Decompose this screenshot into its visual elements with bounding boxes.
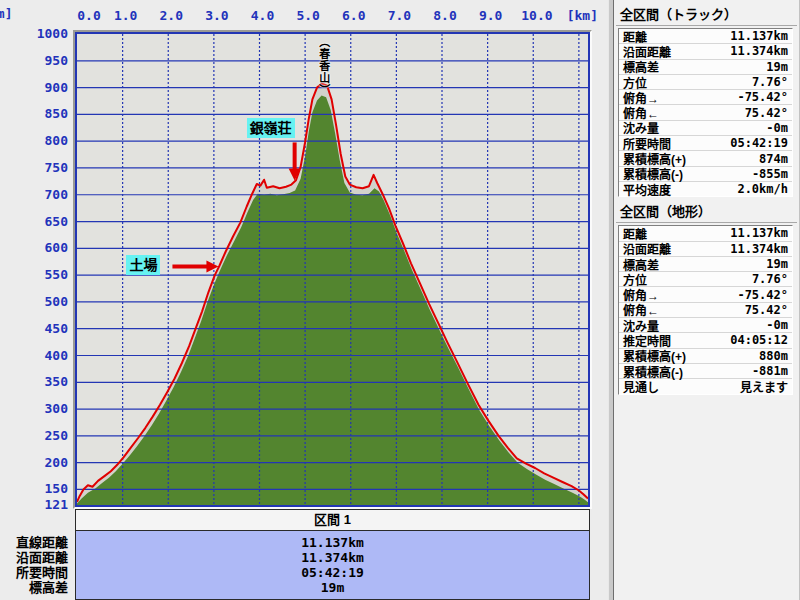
section-summary-table: 区間 1 11.137km11.374km05:42:1919m — [75, 509, 590, 600]
y-tick-label: 400 — [26, 348, 68, 363]
x-tick-label: 8.0 — [430, 8, 460, 23]
stat-value: 880m — [759, 349, 788, 363]
y-tick-label: 550 — [26, 267, 68, 282]
y-tick-label: 700 — [26, 187, 68, 202]
peak-annotation-harukayama: （春香山） — [317, 36, 331, 96]
y-tick-label: 300 — [26, 401, 68, 416]
stat-value: 19m — [766, 257, 788, 271]
panel-stat-row: 平均速度2.0km/h — [619, 182, 792, 196]
stat-label: 見通し — [623, 378, 659, 395]
stat-label: 平均速度 — [623, 181, 671, 198]
stat-value: 11.374km — [730, 242, 788, 256]
panel-stat-row: 見通し見えます — [619, 379, 792, 393]
stat-value: 7.76° — [752, 75, 788, 89]
section-row-label: 標高差 — [0, 580, 68, 595]
x-tick-label: 4.0 — [248, 8, 278, 23]
panel-section-table: 距離11.137km沿面距離11.374km標高差19m方位7.76°俯角→-7… — [618, 28, 793, 197]
section-value: 11.137km — [76, 535, 589, 550]
y-tick-label: 250 — [26, 428, 68, 443]
stat-value: 11.137km — [730, 226, 788, 240]
annotation-doba: 土場 — [126, 255, 160, 275]
y-tick-label: 500 — [26, 294, 68, 309]
stat-value: 7.76° — [752, 272, 788, 286]
stat-value: 19m — [766, 60, 788, 74]
y-tick-label: 450 — [26, 321, 68, 336]
section-value: 05:42:19 — [76, 565, 589, 580]
stat-value: -75.42° — [737, 90, 788, 104]
x-tick-label: 5.0 — [293, 8, 323, 23]
stat-value: 05:42:19 — [730, 136, 788, 150]
section-table-row-labels: 直線距離沿面距離所要時間標高差 — [0, 535, 68, 595]
y-tick-label: 150 — [26, 481, 68, 496]
stat-value: 75.42° — [745, 106, 788, 120]
section-table-header: 区間 1 — [76, 510, 589, 531]
panel-section-table: 距離11.137km沿面距離11.374km標高差19m方位7.76°俯角→-7… — [618, 225, 793, 394]
y-tick-label: 800 — [26, 133, 68, 148]
stat-value: 11.374km — [730, 44, 788, 58]
y-tick-label: 350 — [26, 374, 68, 389]
x-tick-label: 6.0 — [339, 8, 369, 23]
section-row-label: 沿面距離 — [0, 550, 68, 565]
y-tick-label: 850 — [26, 106, 68, 121]
x-tick-label: 0.0 — [74, 8, 104, 23]
section-row-label: 直線距離 — [0, 535, 68, 550]
y-tick-label: 750 — [26, 160, 68, 175]
section-table-body: 11.137km11.374km05:42:1919m — [76, 531, 589, 599]
statistics-panel: 全区間（トラック）距離11.137km沿面距離11.374km標高差19m方位7… — [613, 0, 800, 600]
stat-value: 見えます — [740, 378, 788, 395]
section-value: 19m — [76, 580, 589, 595]
panel-section-title: 全区間（トラック） — [616, 5, 797, 26]
stat-value: 2.0km/h — [737, 182, 788, 196]
x-tick-label: 10.0 — [521, 8, 551, 23]
stat-value: -881m — [752, 364, 788, 378]
elevation-profile-region: [m] [km] 0.01.02.03.04.05.06.07.08.09.01… — [0, 0, 608, 600]
y-tick-label: 1000 — [26, 26, 68, 41]
y-tick-label: 600 — [26, 240, 68, 255]
x-axis-unit-label: [km] — [556, 8, 598, 23]
y-tick-label: 950 — [26, 53, 68, 68]
x-tick-label: 9.0 — [476, 8, 506, 23]
stat-value: 04:05:12 — [730, 333, 788, 347]
annotation-ginreiso: 銀嶺荘 — [247, 118, 295, 138]
section-row-label: 所要時間 — [0, 565, 68, 580]
y-axis-unit-label: [m] — [0, 6, 12, 21]
y-tick-label: 900 — [26, 80, 68, 95]
stat-value: -75.42° — [737, 288, 788, 302]
stat-value: 874m — [759, 152, 788, 166]
stat-value: 75.42° — [745, 303, 788, 317]
x-tick-label: 2.0 — [156, 8, 186, 23]
stat-value: -0m — [766, 318, 788, 332]
panel-section-title: 全区間（地形） — [616, 202, 797, 223]
section-value: 11.374km — [76, 550, 589, 565]
stat-value: 11.137km — [730, 29, 788, 43]
x-tick-label: 7.0 — [384, 8, 414, 23]
stat-value: -0m — [766, 121, 788, 135]
y-tick-label: 650 — [26, 214, 68, 229]
y-tick-label: 200 — [26, 455, 68, 470]
x-tick-label: 3.0 — [202, 8, 232, 23]
y-tick-label: 121 — [26, 497, 68, 512]
x-tick-label: 1.0 — [111, 8, 141, 23]
stat-value: -855m — [752, 167, 788, 181]
